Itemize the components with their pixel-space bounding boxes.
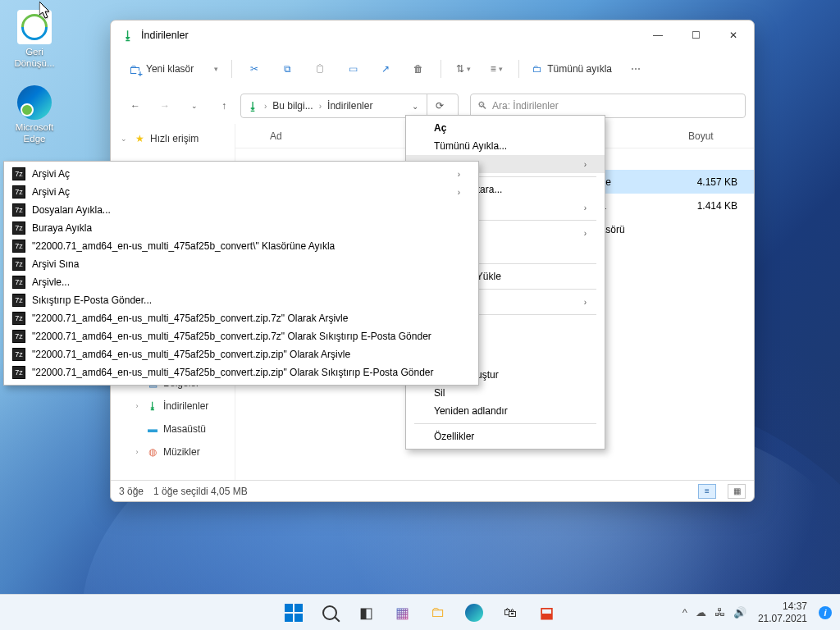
sidebar-item-label: Hızlı erişim — [150, 133, 199, 144]
delete-button[interactable]: 🗑 — [403, 55, 434, 83]
taskbar-edge[interactable] — [459, 597, 490, 628]
ctx-properties[interactable]: Özellikler — [406, 427, 605, 445]
ctx-delete[interactable]: Sil — [406, 384, 605, 402]
separator — [231, 60, 232, 78]
search-icon — [322, 605, 337, 620]
up-button[interactable]: ↑ — [211, 93, 237, 119]
taskbar-search[interactable] — [314, 597, 345, 628]
chevron-right-icon: › — [584, 298, 587, 307]
minimize-button[interactable]: — — [639, 22, 677, 48]
ctx-7z-label: Dosyaları Ayıkla... — [32, 204, 111, 216]
chevron-right-icon: › — [458, 188, 460, 197]
7z-icon: 7z — [12, 348, 25, 361]
rename-button[interactable]: ▭ — [337, 55, 368, 83]
column-header-size[interactable]: Boyut — [685, 130, 754, 142]
ctx-7z-item[interactable]: 7z "22000.71_amd64_en-us_multi_475af25b_… — [4, 363, 478, 381]
windows-icon — [285, 604, 303, 622]
ctx-7z-item[interactable]: 7z Arşivi Sına — [4, 255, 478, 273]
chevron-down-icon[interactable]: ⌄ — [406, 102, 424, 111]
breadcrumb-seg[interactable]: İndirilenler — [327, 100, 372, 112]
new-folder-label: Yeni klasör — [146, 63, 194, 75]
tray-onedrive-icon[interactable]: ☁ — [696, 606, 706, 619]
paste-icon: 📋︎ — [315, 63, 325, 75]
tray-volume-icon[interactable]: 🔊 — [733, 606, 746, 619]
ctx-rename[interactable]: Yeniden adlandır — [406, 402, 605, 420]
window-title: İndirilenler — [141, 30, 639, 41]
edge-icon — [17, 85, 52, 120]
ctx-7z-item[interactable]: 7z "22000.71_amd64_en-us_multi_475af25b_… — [4, 345, 478, 363]
taskbar-taskview[interactable]: ◧ — [350, 597, 381, 628]
ctx-extract-all[interactable]: Tümünü Ayıkla... — [406, 137, 605, 155]
chevron-right-icon: › — [132, 448, 142, 456]
sidebar-item-desktop[interactable]: ▬ Masaüstü — [111, 418, 235, 441]
cut-button[interactable]: ✂ — [239, 55, 270, 83]
desktop-icon-label: Geri Dönüşü... — [5, 47, 64, 70]
taskbar-store[interactable]: 🛍 — [495, 597, 526, 628]
office-icon: ⬓ — [540, 604, 554, 622]
desktop-icon: ▬ — [146, 423, 159, 435]
chevron-right-icon: › — [584, 203, 587, 212]
toolbar: 🗀 Yeni klasör ▾ ✂ ⧉ 📋︎ ▭ ↗ 🗑 ⇅▾ ≡▾ 🗀 Tüm… — [111, 50, 754, 88]
ctx-7z-item[interactable]: 7z Dosyaları Ayıkla... — [4, 201, 478, 219]
7z-icon: 7z — [12, 312, 25, 325]
history-button[interactable]: ⌄ — [181, 93, 208, 119]
taskbar-office[interactable]: ⬓ — [531, 597, 562, 628]
ctx-7z-label: Arşivi Sına — [32, 258, 79, 270]
clock-date: 21.07.2021 — [758, 613, 807, 625]
sort-button[interactable]: ⇅▾ — [448, 55, 479, 83]
search-input[interactable] — [492, 100, 738, 112]
tray-chevron-up-icon[interactable]: ^ — [682, 606, 687, 619]
new-folder-button[interactable]: 🗀 Yeni klasör ▾ — [122, 55, 225, 83]
view-button[interactable]: ≡▾ — [481, 55, 512, 83]
titlebar[interactable]: ⭳ İndirilenler — ☐ ✕ — [111, 21, 754, 50]
ctx-7z-label: Arşivi Aç — [32, 168, 70, 180]
view-icon: ≡ — [491, 63, 496, 75]
ctx-7z-item[interactable]: 7z "22000.71_amd64_en-us_multi_475af25b_… — [4, 237, 478, 255]
taskbar-explorer[interactable]: 🗀 — [422, 597, 454, 628]
sidebar-item-downloads[interactable]: › ⭳ İndirilenler — [111, 395, 235, 418]
ctx-7z-label: Arşivle... — [32, 276, 70, 288]
ctx-7z-item[interactable]: 7z Arşivle... — [4, 273, 478, 291]
sidebar-item-quick-access[interactable]: ⌄ ★ Hızlı erişim — [111, 127, 235, 150]
tray-network-icon[interactable]: 🖧 — [714, 606, 725, 619]
taskbar-clock[interactable]: 14:37 21.07.2021 — [755, 600, 810, 625]
ctx-open[interactable]: Aç — [406, 119, 605, 137]
7z-icon: 7z — [12, 294, 25, 307]
paste-button[interactable]: 📋︎ — [304, 55, 336, 83]
maximize-button[interactable]: ☐ — [677, 22, 714, 48]
extract-all-button[interactable]: 🗀 Tümünü ayıkla — [526, 55, 619, 83]
desktop-icon-recycle-bin[interactable]: Geri Dönüşü... — [5, 10, 64, 70]
download-icon: ⭳ — [146, 400, 159, 412]
view-details-button[interactable]: ≡ — [698, 484, 716, 499]
more-button[interactable]: ⋯ — [620, 55, 651, 83]
context-submenu-7zip: 7z Arşivi Aç › 7z Arşivi Aç › 7z Dosyala… — [3, 161, 479, 386]
clock-time: 14:37 — [758, 600, 807, 613]
copy-button[interactable]: ⧉ — [272, 55, 303, 83]
7z-icon: 7z — [12, 276, 25, 289]
download-icon: ⭳ — [122, 29, 134, 42]
desktop-icon-edge[interactable]: Microsoft Edge — [5, 85, 64, 145]
extract-all-label: Tümünü ayıkla — [547, 63, 612, 75]
ctx-7z-item[interactable]: 7z Arşivi Aç › — [4, 165, 478, 183]
7z-icon: 7z — [12, 221, 25, 235]
ctx-7z-item[interactable]: 7z Sıkıştırıp E-Posta Gönder... — [4, 291, 478, 309]
breadcrumb-seg[interactable]: Bu bilgi... — [272, 100, 313, 112]
chevron-right-icon: › — [262, 102, 269, 111]
ctx-7z-item[interactable]: 7z "22000.71_amd64_en-us_multi_475af25b_… — [4, 327, 478, 345]
sidebar-item-label: Müzikler — [163, 446, 200, 458]
back-button[interactable]: ← — [122, 93, 148, 119]
sidebar-item-music[interactable]: › ◍ Müzikler — [111, 441, 235, 463]
close-button[interactable]: ✕ — [714, 22, 752, 48]
ctx-7z-item[interactable]: 7z "22000.71_amd64_en-us_multi_475af25b_… — [4, 309, 478, 327]
extract-icon: 🗀 — [532, 63, 542, 75]
view-thumbnails-button[interactable]: ▦ — [728, 484, 746, 499]
taskbar-notifications[interactable]: i — [819, 606, 832, 619]
taskbar-start[interactable] — [278, 597, 309, 628]
ctx-7z-item[interactable]: 7z Buraya Ayıkla — [4, 219, 478, 237]
forward-button[interactable]: → — [152, 93, 178, 119]
ctx-7z-item[interactable]: 7z Arşivi Aç › — [4, 183, 478, 201]
edge-icon — [465, 604, 483, 622]
share-button[interactable]: ↗ — [370, 55, 401, 83]
taskbar-widgets[interactable]: ▦ — [386, 597, 418, 628]
status-selection: 1 öğe seçildi 4,05 MB — [153, 486, 248, 497]
